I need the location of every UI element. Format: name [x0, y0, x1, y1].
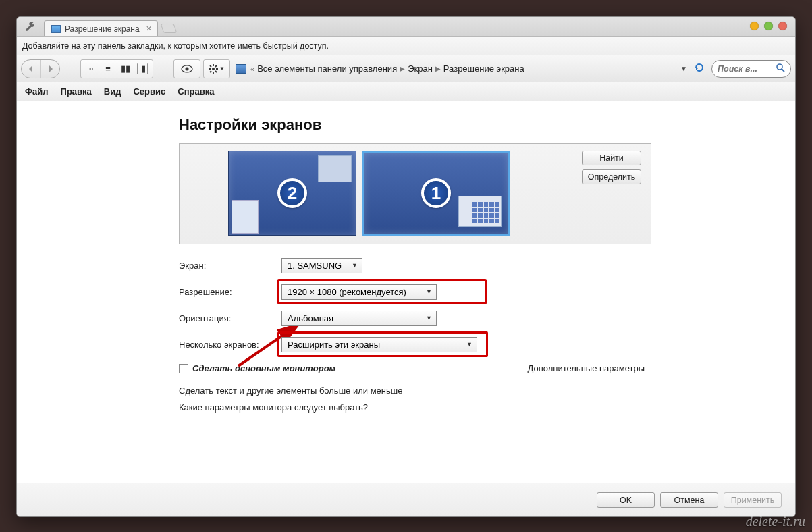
- chevron-right-icon: ▶: [435, 65, 441, 72]
- window-thumb-icon: [318, 155, 352, 182]
- search-input[interactable]: [718, 64, 773, 74]
- close-icon[interactable]: [778, 22, 787, 30]
- breadcrumb: « Все элементы панели управления ▶ Экран…: [236, 63, 524, 74]
- make-primary-checkbox[interactable]: [179, 364, 188, 373]
- nav-buttons: [21, 59, 60, 78]
- menu-edit[interactable]: Правка: [61, 86, 92, 97]
- watermark: delete-it.ru: [746, 514, 805, 529]
- display-select[interactable]: 1. SAMSUNG: [281, 258, 362, 273]
- maximize-icon[interactable]: [764, 22, 773, 30]
- breadcrumb-item[interactable]: Разрешение экрана: [443, 63, 524, 74]
- tab-strip: Разрешение экрана ✕: [17, 17, 795, 37]
- label-multiple: Несколько экранов:: [179, 340, 281, 350]
- control-panel-icon: [236, 64, 246, 74]
- svg-line-10: [215, 65, 217, 67]
- text-size-link[interactable]: Сделать текст и другие элементы больше и…: [179, 385, 651, 396]
- svg-point-11: [777, 64, 782, 70]
- monitor-secondary[interactable]: 2: [228, 151, 356, 236]
- menu-service[interactable]: Сервис: [133, 86, 165, 97]
- browser-window: Разрешение экрана ✕ Добавляйте на эту па…: [16, 16, 796, 517]
- multiple-displays-select[interactable]: Расширить эти экраны: [281, 337, 477, 352]
- cancel-button[interactable]: Отмена: [660, 492, 718, 508]
- minimize-icon[interactable]: [750, 22, 759, 30]
- close-tab-icon[interactable]: ✕: [146, 24, 152, 33]
- forward-button[interactable]: [40, 60, 59, 78]
- which-settings-link[interactable]: Какие параметры монитора следует выбрать…: [179, 402, 651, 413]
- wrench-icon[interactable]: [25, 22, 36, 35]
- new-tab-button[interactable]: [160, 24, 177, 33]
- dropdown-icon[interactable]: ▼: [680, 65, 687, 72]
- svg-point-2: [212, 68, 215, 70]
- window-thumb-icon: [458, 196, 502, 227]
- monitor-number-badge: 2: [277, 178, 307, 208]
- menu-bar: Файл Правка Вид Сервис Справка: [17, 82, 795, 101]
- menu-view[interactable]: Вид: [104, 86, 121, 97]
- settings-group: ▼: [203, 59, 230, 78]
- tab-title: Разрешение экрана: [65, 24, 140, 34]
- menu-help[interactable]: Справка: [178, 86, 214, 97]
- eye-icon[interactable]: [175, 61, 198, 76]
- make-primary-row: Сделать основным монитором Дополнительны…: [179, 363, 651, 373]
- label-orientation: Ориентация:: [179, 313, 281, 323]
- view-columns-icon[interactable]: ▮▮: [117, 61, 134, 76]
- window-controls: [750, 22, 787, 30]
- search-box[interactable]: [711, 60, 791, 78]
- breadcrumb-item[interactable]: Все элементы панели управления: [257, 63, 397, 74]
- back-button[interactable]: [22, 60, 40, 78]
- browser-tab[interactable]: Разрешение экрана ✕: [44, 20, 158, 36]
- refresh-icon[interactable]: [694, 62, 705, 75]
- detect-button[interactable]: Найти: [582, 151, 641, 165]
- gear-icon[interactable]: ▼: [205, 61, 228, 76]
- preview-group: [173, 59, 200, 78]
- search-icon[interactable]: [776, 63, 785, 74]
- chevron-right-icon: ▶: [400, 65, 405, 72]
- content-pane: Настройки экранов 2 1 Найти Определить: [17, 101, 795, 516]
- bookmarks-hint: Добавляйте на эту панель закладки, к кот…: [17, 37, 795, 55]
- view-mode-group: ▫▫ ≡ ▮▮ │▮│: [80, 59, 153, 78]
- page-title: Настройки экранов: [179, 116, 795, 134]
- label-display: Экран:: [179, 261, 281, 271]
- view-list-icon[interactable]: ≡: [100, 61, 116, 76]
- monitor-number-badge: 1: [421, 178, 451, 208]
- toolbar: ▫▫ ≡ ▮▮ │▮│ ▼ « Все элементы панели упра…: [17, 55, 795, 82]
- svg-line-8: [215, 71, 217, 72]
- advanced-settings-link[interactable]: Дополнительные параметры: [527, 363, 645, 373]
- menu-file[interactable]: Файл: [25, 86, 49, 97]
- display-arrangement[interactable]: 2 1 Найти Определить: [179, 143, 651, 244]
- svg-point-1: [186, 67, 189, 70]
- breadcrumb-item[interactable]: Экран: [408, 63, 433, 74]
- monitor-primary[interactable]: 1: [362, 151, 510, 236]
- apply-button: Применить: [724, 492, 782, 508]
- view-tiles-icon[interactable]: ▫▫: [82, 61, 99, 76]
- orientation-select[interactable]: Альбомная: [281, 311, 437, 326]
- svg-line-9: [210, 71, 211, 72]
- window-thumb-icon: [232, 200, 259, 234]
- identify-button[interactable]: Определить: [582, 169, 641, 184]
- resolution-select[interactable]: 1920 × 1080 (рекомендуется): [281, 284, 437, 300]
- svg-line-7: [210, 65, 211, 67]
- dialog-footer: OK Отмена Применить: [17, 483, 795, 516]
- view-details-icon[interactable]: │▮│: [135, 61, 151, 76]
- monitor-icon: [51, 25, 61, 33]
- label-resolution: Разрешение:: [179, 287, 281, 297]
- svg-line-12: [782, 69, 784, 72]
- make-primary-label: Сделать основным монитором: [192, 363, 335, 373]
- ok-button[interactable]: OK: [597, 492, 655, 508]
